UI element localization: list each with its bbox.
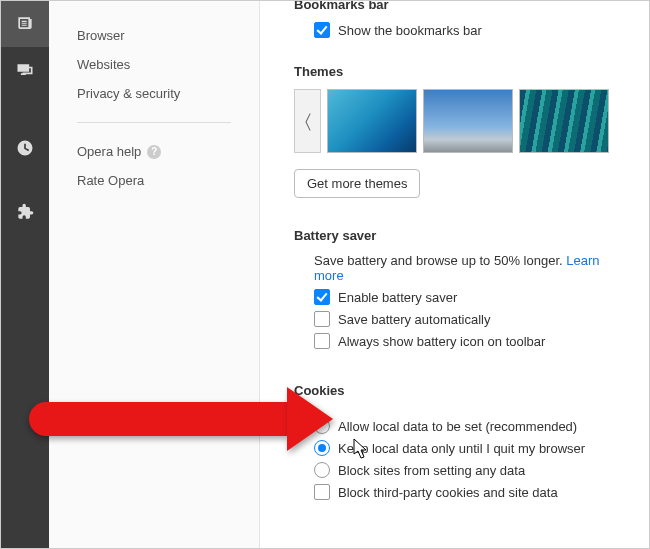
save-battery-auto-toggle[interactable]: Save battery automatically <box>314 311 627 327</box>
enable-battery-saver-toggle[interactable]: Enable battery saver <box>314 289 627 305</box>
battery-icon-toolbar-label: Always show battery icon on toolbar <box>338 334 545 349</box>
sidebar-item-privacy[interactable]: Privacy & security <box>77 79 259 108</box>
radio-icon <box>314 440 330 456</box>
section-bookmarks-title: Bookmarks bar <box>294 1 627 12</box>
section-battery-title: Battery saver <box>294 228 627 243</box>
settings-content: Bookmarks bar Show the bookmarks bar The… <box>260 1 649 548</box>
theme-thumbnail[interactable] <box>519 89 609 153</box>
section-cookies-title: Cookies <box>294 383 627 398</box>
save-battery-auto-label: Save battery automatically <box>338 312 490 327</box>
settings-sidebar: Browser Websites Privacy & security Oper… <box>49 1 260 548</box>
checkbox-icon <box>314 484 330 500</box>
cookies-option-allow[interactable]: Allow local data to be set (recommended) <box>314 418 627 434</box>
themes-carousel: 〈 <box>294 89 627 153</box>
get-more-themes-button[interactable]: Get more themes <box>294 169 420 198</box>
activity-rail <box>1 1 49 548</box>
battery-icon-toolbar-toggle[interactable]: Always show battery icon on toolbar <box>314 333 627 349</box>
radio-icon <box>314 462 330 478</box>
sidebar-item-browser[interactable]: Browser <box>77 21 259 50</box>
checkbox-icon <box>314 333 330 349</box>
checkbox-icon <box>314 22 330 38</box>
cookies-option-until-quit[interactable]: Keep local data only until I quit my bro… <box>314 440 627 456</box>
bookmarks-bar-label: Show the bookmarks bar <box>338 23 482 38</box>
theme-thumbnail[interactable] <box>327 89 417 153</box>
sidebar-item-help[interactable]: Opera help ? <box>77 137 259 166</box>
battery-desc: Save battery and browse up to 50% longer… <box>314 253 627 283</box>
themes-prev-button[interactable]: 〈 <box>294 89 321 153</box>
cookies-option-label: Keep local data only until I quit my bro… <box>338 441 585 456</box>
block-third-party-label: Block third-party cookies and site data <box>338 485 558 500</box>
rail-history-icon[interactable] <box>1 125 49 171</box>
rail-monitor-icon[interactable] <box>1 47 49 93</box>
sidebar-item-websites[interactable]: Websites <box>77 50 259 79</box>
chevron-left-icon: 〈 <box>305 111 311 132</box>
cookies-option-block[interactable]: Block sites from setting any data <box>314 462 627 478</box>
block-third-party-toggle[interactable]: Block third-party cookies and site data <box>314 484 627 500</box>
bookmarks-bar-toggle[interactable]: Show the bookmarks bar <box>314 22 627 38</box>
section-themes-title: Themes <box>294 64 627 79</box>
rail-extensions-icon[interactable] <box>1 189 49 235</box>
radio-icon <box>314 418 330 434</box>
rail-news-icon[interactable] <box>1 1 49 47</box>
sidebar-item-rate[interactable]: Rate Opera <box>77 166 259 195</box>
help-icon: ? <box>147 145 161 159</box>
cookies-option-label: Allow local data to be set (recommended) <box>338 419 577 434</box>
checkbox-icon <box>314 289 330 305</box>
cookies-option-label: Block sites from setting any data <box>338 463 525 478</box>
enable-battery-label: Enable battery saver <box>338 290 457 305</box>
theme-thumbnail[interactable] <box>423 89 513 153</box>
checkbox-icon <box>314 311 330 327</box>
sidebar-divider <box>77 122 231 123</box>
sidebar-help-label: Opera help <box>77 144 141 159</box>
